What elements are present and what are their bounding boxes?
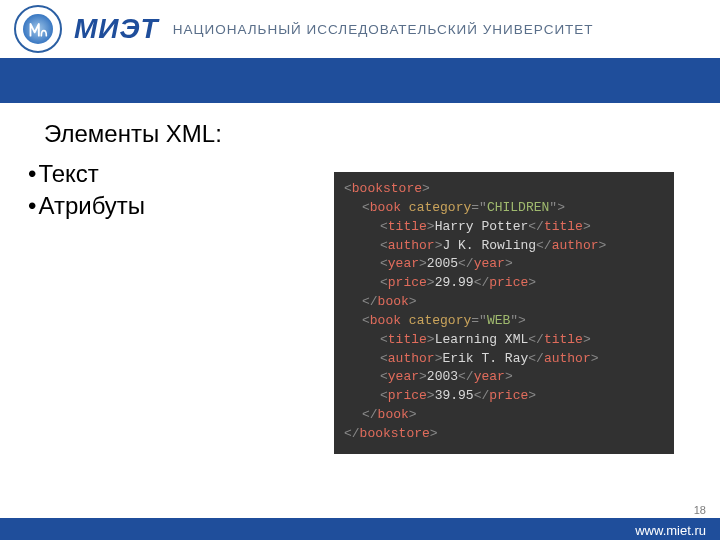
slide-heading: Элементы XML:	[44, 120, 700, 148]
header: МИЭТ НАЦИОНАЛЬНЫЙ ИССЛЕДОВАТЕЛЬСКИЙ УНИВ…	[0, 0, 720, 58]
code-line: <year>2003</year>	[344, 368, 664, 387]
code-line: <book category="WEB">	[344, 312, 664, 331]
title-bar	[0, 58, 720, 103]
code-line: <author>J K. Rowling</author>	[344, 237, 664, 256]
code-line: <author>Erik T. Ray</author>	[344, 350, 664, 369]
code-line: </book>	[344, 293, 664, 312]
code-line: </bookstore>	[344, 425, 664, 444]
footer-bar: www.miet.ru	[0, 518, 720, 540]
code-line: </book>	[344, 406, 664, 425]
code-line: <book category="CHILDREN">	[344, 199, 664, 218]
code-line: <price>39.95</price>	[344, 387, 664, 406]
code-line: <title>Harry Potter</title>	[344, 218, 664, 237]
code-line: <price>29.99</price>	[344, 274, 664, 293]
code-line: <year>2005</year>	[344, 255, 664, 274]
page-number: 18	[694, 504, 706, 516]
university-name: НАЦИОНАЛЬНЫЙ ИССЛЕДОВАТЕЛЬСКИЙ УНИВЕРСИТ…	[173, 22, 594, 37]
code-line: <bookstore>	[344, 180, 664, 199]
slide: МИЭТ НАЦИОНАЛЬНЫЙ ИССЛЕДОВАТЕЛЬСКИЙ УНИВ…	[0, 0, 720, 540]
logo-text: МИЭТ	[74, 13, 159, 45]
code-line: <title>Learning XML</title>	[344, 331, 664, 350]
logo-icon	[14, 5, 62, 53]
footer-url: www.miet.ru	[635, 523, 706, 538]
code-sample: <bookstore><book category="CHILDREN"><ti…	[334, 172, 674, 454]
